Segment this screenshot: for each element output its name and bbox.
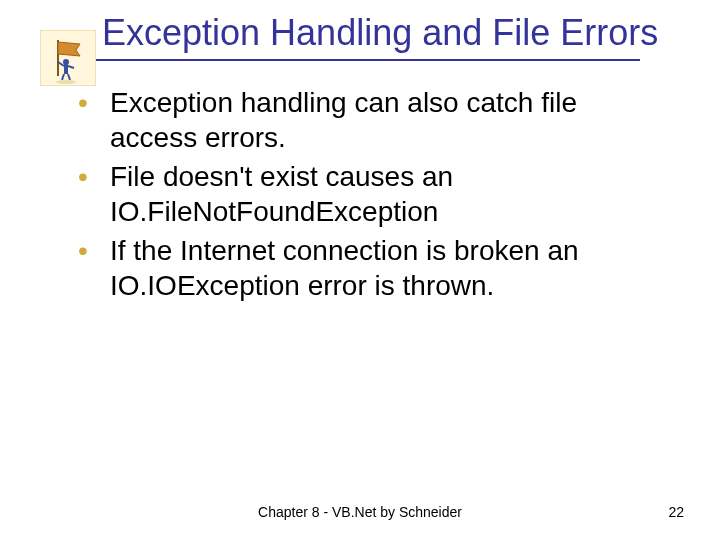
footer-text: Chapter 8 - VB.Net by Schneider xyxy=(0,504,720,520)
slide: Exception Handling and File Errors Excep… xyxy=(0,0,720,540)
svg-rect-0 xyxy=(40,30,96,86)
bullet-list: Exception handling can also catch file a… xyxy=(70,85,660,303)
title-underline xyxy=(80,59,640,61)
bullet-item: File doesn't exist causes an IO.FileNotF… xyxy=(70,159,660,229)
svg-rect-3 xyxy=(64,64,68,74)
bullet-item: If the Internet connection is broken an … xyxy=(70,233,660,303)
flag-person-icon xyxy=(40,30,96,86)
svg-point-8 xyxy=(56,80,76,84)
slide-header: Exception Handling and File Errors xyxy=(0,0,720,61)
page-number: 22 xyxy=(668,504,684,520)
slide-title: Exception Handling and File Errors xyxy=(102,12,680,53)
slide-body: Exception handling can also catch file a… xyxy=(0,61,720,303)
bullet-item: Exception handling can also catch file a… xyxy=(70,85,660,155)
